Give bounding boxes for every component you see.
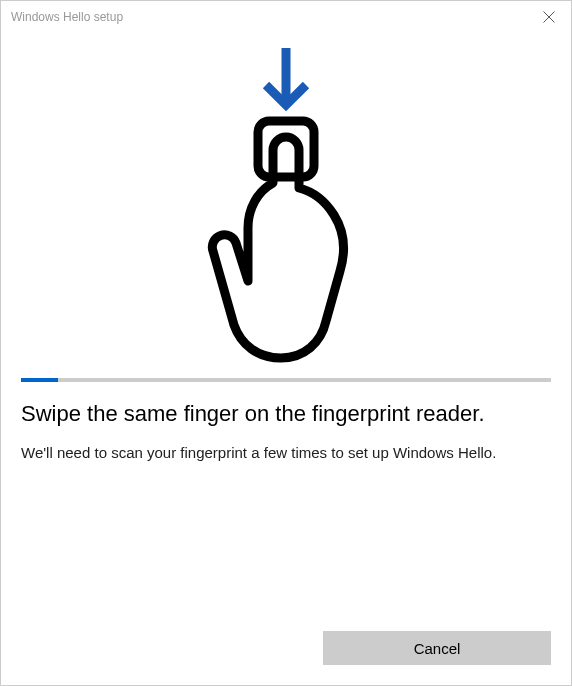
content-area: Swipe the same finger on the fingerprint… xyxy=(1,33,571,613)
progress-fill xyxy=(21,378,58,382)
footer: Cancel xyxy=(1,613,571,685)
svg-rect-3 xyxy=(258,121,314,177)
instruction-heading: Swipe the same finger on the fingerprint… xyxy=(21,400,551,429)
close-button[interactable] xyxy=(526,1,571,33)
cancel-button[interactable]: Cancel xyxy=(323,631,551,665)
window-title: Windows Hello setup xyxy=(11,10,123,24)
progress-bar xyxy=(21,378,551,382)
instruction-subtext: We'll need to scan your fingerprint a fe… xyxy=(21,443,551,463)
fingerprint-illustration xyxy=(21,38,551,368)
close-icon xyxy=(543,11,555,23)
titlebar: Windows Hello setup xyxy=(1,1,571,33)
